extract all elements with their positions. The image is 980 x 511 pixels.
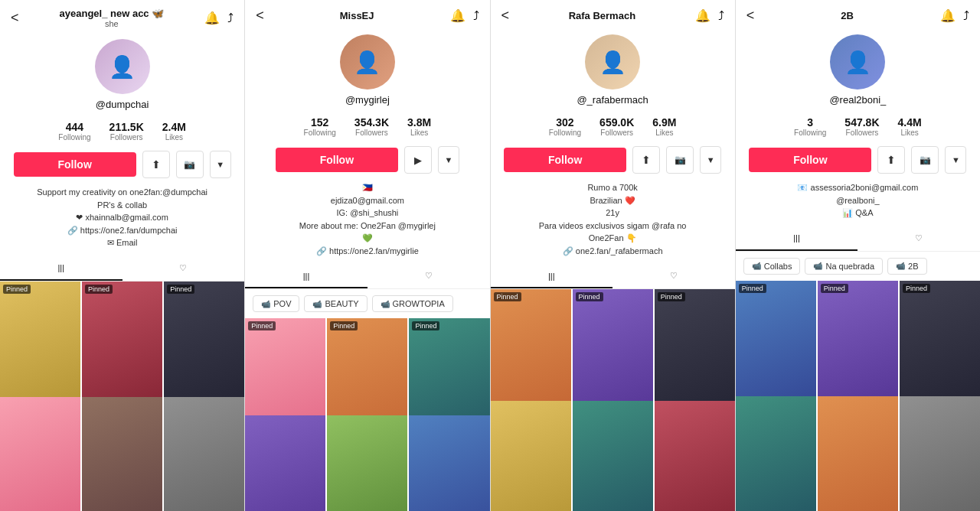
panel-username: MissEJ — [340, 10, 374, 21]
video-cell[interactable] — [736, 396, 816, 511]
bio-line: 🇵🇭 — [256, 181, 479, 194]
share-icon[interactable]: ⤴ — [718, 9, 724, 23]
stat-number: 211.5K — [109, 121, 144, 133]
panel-1: < ayeangel_ new acc 🦋 she 🔔 ⤴ 👤 @dumpcha… — [0, 0, 245, 511]
stat-item: 2.4M Likes — [162, 121, 186, 142]
more-options-button[interactable]: ▼ — [700, 146, 721, 174]
video-grid: Pinned ▶ 1.9M Pinned ▶ 158.0K Pinned ▶ 1… — [491, 289, 735, 511]
tab-grid-icon[interactable]: ||| — [245, 265, 368, 288]
video-cell[interactable] — [0, 397, 80, 511]
title-area: MissEJ — [264, 10, 450, 21]
video-cell[interactable] — [818, 396, 898, 511]
video-cell[interactable] — [491, 401, 571, 511]
share-icon[interactable]: ⬆ — [632, 146, 660, 174]
bio-line: More about me: One2Fan @mygirlej — [256, 220, 479, 233]
panel-4: < 2B 🔔 ⤴ 👤 @real2boni_ 3 Following 547.8… — [736, 0, 980, 511]
tab-liked-icon[interactable]: ♡ — [612, 265, 735, 288]
video-cell[interactable] — [245, 415, 325, 511]
stat-label: Followers — [110, 133, 143, 142]
back-icon[interactable]: < — [11, 10, 19, 26]
category-tag[interactable]: 📹 2B — [887, 258, 926, 275]
category-icon: 📹 — [813, 262, 822, 270]
video-cell[interactable] — [655, 401, 735, 511]
stat-number: 354.3K — [354, 116, 389, 129]
category-tag[interactable]: 📹 GROWTOPIA — [372, 295, 453, 312]
back-icon[interactable]: < — [746, 8, 755, 24]
follow-button[interactable]: Follow — [14, 152, 136, 177]
share-icon[interactable]: ⬆ — [142, 151, 170, 178]
avatar-image: 👤 — [830, 34, 885, 90]
category-label: 2B — [908, 262, 918, 271]
share-icon[interactable]: ⤴ — [473, 9, 479, 23]
bell-icon[interactable]: 🔔 — [695, 8, 710, 23]
stat-label: Followers — [846, 129, 879, 137]
instagram-icon[interactable]: 📷 — [666, 146, 694, 174]
panel-header: < ayeangel_ new acc 🦋 she 🔔 ⤴ — [0, 0, 244, 33]
stat-item: 3.8M Likes — [407, 116, 431, 137]
share-icon[interactable]: ⤴ — [227, 11, 234, 25]
more-options-button[interactable]: ▼ — [438, 146, 459, 174]
tab-grid-icon[interactable]: ||| — [736, 227, 858, 251]
follow-button[interactable]: Follow — [749, 148, 871, 172]
pinned-badge: Pinned — [412, 321, 439, 330]
panel-username: 2B — [841, 10, 854, 21]
more-options-button[interactable]: ▼ — [945, 146, 966, 174]
video-cell[interactable] — [164, 397, 244, 511]
bio-line: ❤ xhainnalb@gmail.com — [11, 211, 234, 224]
video-cell[interactable] — [327, 415, 407, 511]
bell-icon[interactable]: 🔔 — [450, 8, 466, 23]
panel-header: < MissEJ 🔔 ⤴ — [245, 0, 489, 28]
category-tag[interactable]: 📹 Collabs — [743, 258, 801, 275]
bio-line: One2Fan 👇 — [501, 232, 724, 245]
tab-liked-icon[interactable]: ♡ — [858, 227, 980, 251]
bio-line: 21y — [501, 207, 724, 220]
category-row: 📹 Collabs 📹 Na quebrada 📹 2B — [736, 252, 980, 281]
youtube-icon[interactable]: ▶ — [404, 146, 432, 174]
tab-grid-icon[interactable]: ||| — [0, 257, 122, 281]
tab-icon: ||| — [548, 272, 555, 281]
bell-icon[interactable]: 🔔 — [204, 11, 220, 25]
more-options-button[interactable]: ▼ — [210, 151, 231, 178]
tab-grid-icon[interactable]: ||| — [491, 265, 613, 288]
share-icon[interactable]: ⬆ — [877, 146, 905, 174]
stat-number: 3 — [807, 116, 813, 129]
video-cell[interactable] — [82, 397, 162, 511]
tab-row: ||| ♡ — [0, 257, 244, 282]
stat-item: 3 Following — [794, 116, 826, 137]
pinned-badge: Pinned — [3, 285, 31, 294]
category-label: BEAUTY — [325, 299, 358, 308]
bio-line: @realboni_ — [746, 194, 969, 207]
action-row: Follow ⬆ 📷 ▼ — [491, 142, 735, 178]
instagram-icon[interactable]: 📷 — [176, 151, 204, 178]
stat-number: 659.0K — [599, 116, 634, 129]
stat-label: Following — [549, 129, 581, 137]
share-icon[interactable]: ⤴ — [963, 9, 969, 23]
tab-liked-icon[interactable]: ♡ — [122, 257, 245, 281]
category-tag[interactable]: 📹 Na quebrada — [805, 258, 883, 275]
bell-icon[interactable]: 🔔 — [940, 8, 956, 23]
avatar-image: 👤 — [340, 34, 395, 90]
avatar-section: 👤 @mygirlej — [245, 28, 489, 110]
tab-liked-icon[interactable]: ♡ — [368, 265, 490, 288]
panel-header: < 2B 🔔 ⤴ — [736, 0, 980, 28]
stats-row: 444 Following 211.5K Followers 2.4M Like… — [0, 115, 244, 146]
video-cell[interactable] — [573, 401, 653, 511]
tab-icon: ♡ — [915, 233, 923, 243]
tab-icon: ♡ — [425, 271, 433, 281]
back-icon[interactable]: < — [256, 8, 264, 24]
bio-line: 📧 assessoria2boni@gmail.com — [746, 181, 969, 194]
video-cell[interactable] — [900, 396, 980, 511]
video-grid: Pinned ▶ 45.0K Pinned ▶ 56.0K Pinned ▶ 3… — [245, 318, 489, 511]
category-tag[interactable]: 📹 BEAUTY — [304, 295, 367, 312]
instagram-icon[interactable]: 📷 — [911, 146, 939, 174]
pinned-badge: Pinned — [903, 284, 930, 293]
follow-button[interactable]: Follow — [504, 148, 626, 172]
video-cell[interactable] — [409, 415, 489, 511]
back-icon[interactable]: < — [501, 8, 510, 24]
bio-section: Rumo a 700kBrazilian ❤️21yPara videos ex… — [491, 178, 735, 260]
stat-item: 547.8K Followers — [844, 116, 879, 137]
follow-button[interactable]: Follow — [276, 148, 398, 172]
stat-number: 4.4M — [898, 116, 922, 129]
stat-label: Likes — [900, 129, 918, 137]
category-tag[interactable]: 📹 POV — [253, 295, 299, 312]
